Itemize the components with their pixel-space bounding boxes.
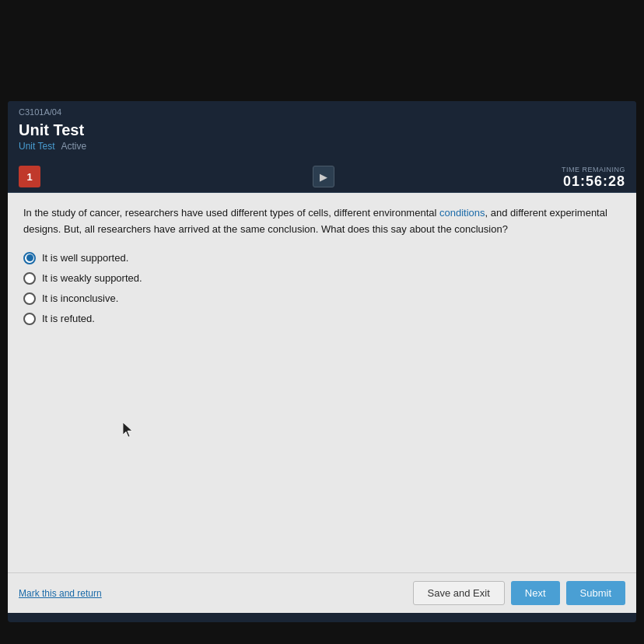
content-area: In the study of cancer, researchers have… (8, 193, 636, 613)
toolbar: 1 ▶ TIME REMAINING 01:56:28 (8, 161, 636, 193)
question-number-button[interactable]: 1 (19, 166, 40, 187)
save-exit-button[interactable]: Save and Exit (413, 581, 505, 605)
time-remaining-container: TIME REMAINING 01:56:28 (562, 166, 625, 190)
option-label-1: It is well supported. (42, 252, 128, 264)
submit-button[interactable]: Submit (566, 581, 625, 605)
breadcrumb-link[interactable]: Unit Test (19, 141, 54, 152)
mark-return-link[interactable]: Mark this and return (19, 588, 102, 599)
highlight-conditions: conditions (439, 207, 485, 219)
radio-option-2[interactable] (23, 272, 36, 285)
footer-bar: Mark this and return Save and Exit Next … (8, 572, 636, 613)
list-item[interactable]: It is weakly supported. (23, 272, 621, 285)
option-label-3: It is inconclusive. (42, 292, 118, 304)
course-code: C3101A/04 (19, 107, 625, 117)
radio-inner-1 (26, 254, 33, 261)
radio-option-3[interactable] (23, 292, 36, 305)
page-title: Unit Test (19, 121, 625, 139)
svg-marker-0 (123, 422, 132, 437)
breadcrumb: Unit Test Active (19, 141, 625, 152)
radio-option-1[interactable] (23, 252, 36, 264)
list-item[interactable]: It is refuted. (23, 313, 621, 325)
list-item[interactable]: It is well supported. (23, 252, 621, 264)
next-question-button[interactable]: ▶ (313, 166, 334, 187)
footer-buttons: Save and Exit Next Submit (413, 581, 625, 605)
breadcrumb-active: Active (61, 141, 86, 152)
cursor-icon (123, 422, 135, 438)
time-remaining-label: TIME REMAINING (562, 166, 625, 173)
option-label-4: It is refuted. (42, 313, 95, 324)
question-text: In the study of cancer, researchers have… (23, 205, 621, 238)
time-remaining-value: 01:56:28 (562, 173, 625, 190)
radio-option-4[interactable] (23, 313, 36, 325)
option-label-2: It is weakly supported. (42, 272, 142, 284)
list-item[interactable]: It is inconclusive. (23, 292, 621, 305)
options-list: It is well supported. It is weakly suppo… (23, 252, 621, 325)
next-button[interactable]: Next (511, 581, 560, 605)
